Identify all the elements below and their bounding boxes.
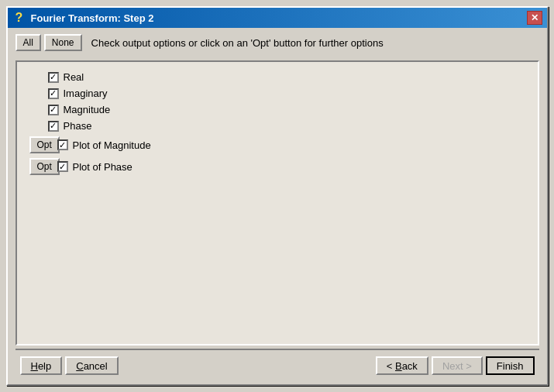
opt-phase-container: Opt bbox=[29, 158, 57, 175]
opt-magnitude-container: Opt bbox=[29, 136, 57, 153]
imaginary-checkbox[interactable] bbox=[48, 88, 59, 99]
content-area: All None Check output options or click o… bbox=[8, 28, 547, 384]
plot-magnitude-label[interactable]: Plot of Magnitude bbox=[57, 139, 151, 151]
title-bar: ? Fourier Transform: Step 2 ✕ bbox=[8, 8, 547, 28]
checkbox-row-phase: Phase bbox=[29, 120, 525, 132]
cancel-button[interactable]: Cancel bbox=[65, 356, 118, 375]
window-icon: ? bbox=[12, 11, 26, 25]
real-checkbox[interactable] bbox=[48, 72, 59, 83]
options-panel: Real Imaginary Magnitude bbox=[15, 60, 539, 346]
phase-checkbox[interactable] bbox=[48, 121, 59, 132]
opt-magnitude-button[interactable]: Opt bbox=[29, 136, 60, 153]
window-title: Fourier Transform: Step 2 bbox=[31, 12, 527, 24]
checkbox-row-real: Real bbox=[29, 71, 525, 83]
cancel-label: Cancel bbox=[76, 360, 107, 372]
main-window: ? Fourier Transform: Step 2 ✕ All None C… bbox=[6, 6, 549, 386]
next-button[interactable]: Next > bbox=[432, 356, 483, 375]
plot-magnitude-text: Plot of Magnitude bbox=[73, 139, 151, 151]
close-button[interactable]: ✕ bbox=[527, 11, 542, 25]
magnitude-text: Magnitude bbox=[64, 104, 111, 115]
real-label[interactable]: Real bbox=[48, 71, 84, 83]
magnitude-checkbox[interactable] bbox=[48, 105, 59, 115]
all-button[interactable]: All bbox=[15, 34, 41, 51]
plot-phase-text: Plot of Phase bbox=[73, 161, 132, 173]
magnitude-label[interactable]: Magnitude bbox=[48, 104, 111, 115]
imaginary-text: Imaginary bbox=[64, 88, 108, 99]
finish-button[interactable]: Finish bbox=[486, 356, 535, 375]
phase-text: Phase bbox=[64, 120, 92, 132]
help-label: Help bbox=[31, 360, 52, 372]
checkbox-row-magnitude: Magnitude bbox=[29, 104, 525, 115]
back-button[interactable]: < Back bbox=[376, 356, 428, 375]
bottom-right-buttons: < Back Next > Finish bbox=[376, 356, 535, 375]
plot-phase-checkbox[interactable] bbox=[57, 161, 68, 172]
opt-phase-button[interactable]: Opt bbox=[29, 158, 60, 175]
help-button[interactable]: Help bbox=[20, 356, 63, 375]
none-button[interactable]: None bbox=[44, 34, 82, 51]
imaginary-label[interactable]: Imaginary bbox=[48, 88, 108, 99]
real-text: Real bbox=[64, 71, 84, 83]
instruction-text: Check output options or click on an 'Opt… bbox=[91, 37, 384, 49]
checkbox-row-plot-magnitude: Opt Plot of Magnitude bbox=[29, 136, 525, 153]
back-label: < Back bbox=[387, 360, 418, 372]
bottom-left-buttons: Help Cancel bbox=[20, 356, 119, 375]
plot-magnitude-checkbox[interactable] bbox=[57, 139, 68, 150]
checkbox-row-imaginary: Imaginary bbox=[29, 88, 525, 99]
checkbox-row-plot-phase: Opt Plot of Phase bbox=[29, 158, 525, 175]
bottom-bar: Help Cancel < Back Next > Finish bbox=[15, 349, 539, 378]
top-bar: All None Check output options or click o… bbox=[15, 34, 539, 51]
next-label: Next > bbox=[442, 360, 472, 372]
plot-phase-label[interactable]: Plot of Phase bbox=[57, 161, 132, 173]
phase-label[interactable]: Phase bbox=[48, 120, 92, 132]
